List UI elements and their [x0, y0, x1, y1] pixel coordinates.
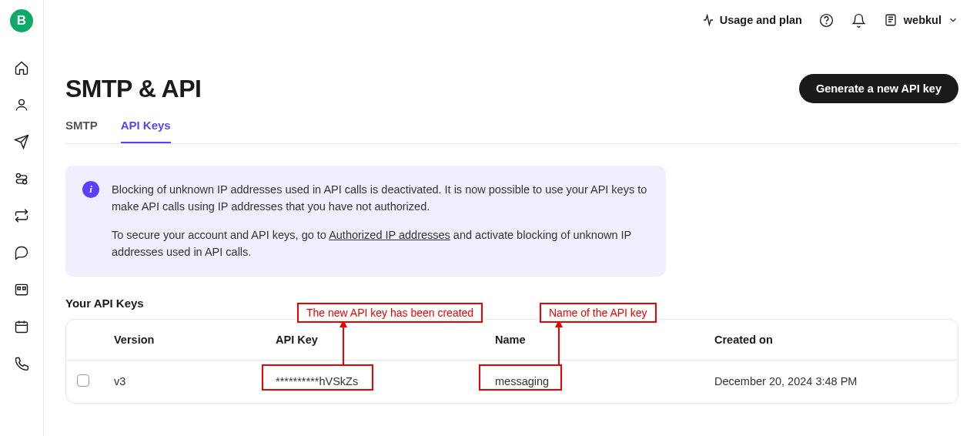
annotation-name-of-key: Name of the API key: [540, 303, 657, 323]
user-menu[interactable]: webkul: [884, 13, 958, 27]
notifications-icon[interactable]: [851, 12, 867, 28]
table-header-row: Version API Key Name Created on: [66, 320, 958, 361]
calendar-icon[interactable]: [7, 312, 36, 341]
svg-point-2: [23, 180, 27, 184]
cell-created: December 20, 2024 3:48 PM: [704, 360, 958, 403]
chevron-down-icon: [948, 15, 958, 25]
svg-rect-5: [23, 287, 25, 290]
deals-icon[interactable]: [7, 275, 36, 304]
username-label: webkul: [904, 14, 942, 26]
col-created: Created on: [704, 320, 958, 361]
cell-version: v3: [103, 360, 265, 403]
info-text: Blocking of unknown IP addresses used in…: [112, 181, 649, 261]
home-icon[interactable]: [7, 53, 36, 82]
svg-point-8: [826, 23, 827, 24]
authorized-ip-link[interactable]: Authorized IP addresses: [329, 229, 450, 241]
svg-point-1: [16, 173, 20, 177]
svg-rect-6: [16, 322, 28, 332]
table-row: v3 **********hVSkZs messaging December 2…: [66, 360, 958, 403]
conversations-icon[interactable]: [7, 238, 36, 267]
row-checkbox[interactable]: [77, 374, 89, 387]
contacts-icon[interactable]: [7, 90, 36, 119]
topbar: Usage and plan webkul: [44, 0, 980, 40]
tab-smtp[interactable]: SMTP: [65, 119, 98, 143]
info-banner: i Blocking of unknown IP addresses used …: [65, 166, 666, 277]
brand-logo: B: [10, 9, 33, 32]
api-keys-table: The new API key has been created Name of…: [65, 319, 958, 404]
tab-api-keys[interactable]: API Keys: [121, 119, 171, 143]
cell-name: messaging: [484, 360, 704, 403]
col-name: Name: [484, 320, 704, 361]
col-version: Version: [103, 320, 265, 361]
transactional-icon[interactable]: [7, 201, 36, 230]
section-title: Your API Keys: [65, 297, 958, 310]
annotation-api-key-created: The new API key has been created: [297, 303, 483, 323]
sidebar: B: [0, 0, 44, 436]
info-line1: Blocking of unknown IP addresses used in…: [112, 181, 649, 216]
col-api-key: API Key: [265, 320, 484, 361]
cell-api-key: **********hVSkZs: [265, 360, 484, 403]
generate-api-key-button[interactable]: Generate a new API key: [799, 74, 958, 103]
help-icon[interactable]: [819, 12, 835, 28]
page-title: SMTP & API: [65, 75, 201, 103]
svg-rect-9: [886, 15, 895, 25]
usage-label: Usage and plan: [720, 14, 802, 26]
info-line2: To secure your account and API keys, go …: [112, 226, 649, 261]
tabs: SMTP API Keys: [65, 119, 958, 144]
calls-icon[interactable]: [7, 349, 36, 378]
campaigns-icon[interactable]: [7, 127, 36, 156]
usage-and-plan-link[interactable]: Usage and plan: [702, 14, 802, 26]
info-icon: i: [82, 181, 99, 198]
svg-point-0: [19, 99, 25, 105]
svg-rect-4: [18, 287, 20, 290]
automation-icon[interactable]: [7, 164, 36, 193]
main-content: SMTP & API Generate a new API key SMTP A…: [44, 40, 980, 436]
